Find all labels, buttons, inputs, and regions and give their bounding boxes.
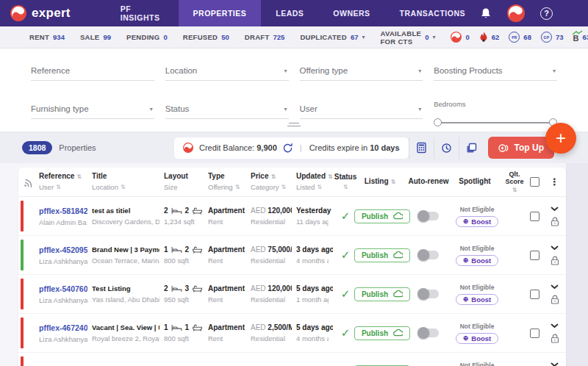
- brand[interactable]: expert: [10, 0, 71, 26]
- nav-item-transactions[interactable]: TRANSACTIONS: [385, 0, 480, 26]
- reference-filter-input[interactable]: [31, 62, 154, 81]
- publish-button[interactable]: Publish: [354, 209, 410, 223]
- expand-chevron-icon[interactable]: [551, 245, 559, 251]
- sort-icon[interactable]: ⇅: [76, 173, 82, 181]
- reference-link[interactable]: pfflex-5407606: [39, 284, 87, 293]
- row-title: Brand New | 3 Payments …: [92, 245, 159, 254]
- bed-icon: [171, 246, 182, 254]
- header-qlt-score[interactable]: Qlt. Score ⇅: [503, 171, 526, 194]
- sort-icon[interactable]: ⇅: [270, 173, 276, 181]
- history-button[interactable]: [434, 137, 459, 159]
- expand-chevron-icon[interactable]: [551, 362, 559, 366]
- row-offering: Rent: [208, 295, 246, 304]
- row-user: Liza Ashkhanyan: [39, 296, 87, 304]
- row-location: Discovery Gardens, Dubai: [92, 218, 159, 226]
- stat-sale[interactable]: SALE99: [80, 33, 111, 41]
- help-icon[interactable]: ?: [540, 7, 553, 20]
- publish-button[interactable]: Publish: [354, 326, 410, 340]
- portal-hot[interactable]: 62: [479, 32, 500, 43]
- nav-item-properties[interactable]: PROPERTIES: [179, 0, 262, 26]
- slider-min-handle[interactable]: [434, 118, 442, 126]
- top-up-button[interactable]: Top Up: [488, 137, 554, 159]
- sort-icon[interactable]: ⇅: [121, 184, 126, 191]
- location-filter-select[interactable]: Location ▾: [165, 62, 289, 81]
- sort-icon[interactable]: ⇅: [235, 184, 240, 191]
- header-title[interactable]: Title Location⇅: [92, 172, 164, 191]
- header-status[interactable]: Status ⇅: [333, 173, 358, 191]
- nav-item-leads[interactable]: LEADS: [261, 0, 318, 26]
- lock-icon[interactable]: [550, 256, 560, 265]
- portal-gp[interactable]: GP 73: [541, 32, 564, 43]
- publish-button[interactable]: Publish: [354, 248, 410, 262]
- row-checkbox[interactable]: [530, 212, 539, 221]
- expand-chevron-icon[interactable]: [551, 323, 559, 329]
- refresh-icon[interactable]: [283, 143, 293, 153]
- sort-icon[interactable]: ⇅: [282, 184, 287, 191]
- lock-icon[interactable]: [550, 295, 560, 304]
- sort-icon[interactable]: ⇅: [391, 179, 396, 186]
- expand-chevron-icon[interactable]: [551, 207, 559, 212]
- sort-icon[interactable]: ⇅: [343, 184, 348, 191]
- header-listing[interactable]: Listing⇅: [358, 177, 406, 187]
- reference-link[interactable]: pfflex-5818427: [39, 207, 87, 215]
- stat-refused[interactable]: REFUSED50: [183, 33, 229, 41]
- sort-icon[interactable]: ⇅: [56, 184, 61, 191]
- row-checkbox[interactable]: [530, 290, 539, 299]
- boost-button[interactable]: ⊕Boost: [456, 294, 498, 305]
- row-offering: Rent: [208, 218, 246, 226]
- offering-type-filter-select[interactable]: Offering type ▾: [300, 62, 423, 81]
- stat-rent[interactable]: RENT934: [29, 33, 65, 41]
- add-property-button[interactable]: +: [545, 123, 576, 154]
- auto-renew-toggle[interactable]: [418, 212, 439, 220]
- credit-expiry-label: Credits expire in 10 days: [309, 143, 400, 152]
- portal-bayut[interactable]: B 63: [573, 32, 588, 43]
- row-checkbox[interactable]: [530, 251, 539, 260]
- status-filter-select[interactable]: Status ▾: [165, 100, 289, 119]
- sort-icon[interactable]: ⇅: [328, 173, 333, 181]
- auto-renew-toggle[interactable]: [418, 290, 439, 298]
- user-avatar[interactable]: [507, 4, 525, 22]
- sort-icon[interactable]: ⇅: [317, 184, 322, 191]
- rss-feed-icon[interactable]: [18, 177, 39, 187]
- collapse-filters-handle[interactable]: [287, 121, 301, 129]
- boosting-products-filter-select[interactable]: Boosting Products ▾: [434, 62, 557, 81]
- notifications-bell-icon[interactable]: [480, 7, 492, 20]
- stat-available-for-cts[interactable]: AVAILABLE FOR CTS0▾: [381, 29, 436, 46]
- stat-draft[interactable]: DRAFT725: [245, 33, 285, 41]
- furnishing-type-filter-select[interactable]: Furnishing type ▾: [31, 100, 154, 119]
- auto-renew-toggle[interactable]: [418, 329, 439, 337]
- bedrooms-range-slider[interactable]: [434, 118, 557, 126]
- header-price[interactable]: Price⇅ Category⇅: [251, 172, 296, 191]
- boost-button[interactable]: ⊕Boost: [456, 255, 498, 266]
- hot-flame-icon: [479, 32, 488, 43]
- header-updated[interactable]: Updated⇅ Listed⇅: [296, 172, 333, 191]
- publish-button[interactable]: Publish: [354, 287, 410, 301]
- reference-link[interactable]: pfflex-4672403: [39, 323, 87, 332]
- stat-duplicated[interactable]: DUPLICATED67▾: [300, 33, 365, 41]
- nav-item-pf-insights[interactable]: PF INSIGHTS: [106, 0, 179, 26]
- auto-renew-toggle[interactable]: [418, 251, 439, 259]
- boost-button[interactable]: ⊕Boost: [456, 216, 498, 227]
- reference-link[interactable]: pfflex-4520954: [39, 245, 87, 254]
- portal-pr[interactable]: PR 68: [509, 32, 531, 43]
- header-type[interactable]: Type Offering⇅: [208, 172, 251, 191]
- header-reference[interactable]: Reference⇅ User⇅: [39, 172, 92, 191]
- portal-propertyfinder[interactable]: 0: [451, 32, 469, 43]
- scroll-gutter[interactable]: [566, 163, 588, 366]
- user-filter-select[interactable]: User ▾: [300, 100, 423, 119]
- duplicate-list-button[interactable]: [459, 137, 484, 159]
- lock-icon[interactable]: [550, 217, 560, 226]
- brand-logo-icon: [10, 5, 26, 21]
- nav-item-owners[interactable]: OWNERS: [318, 0, 384, 26]
- lock-icon[interactable]: [550, 334, 560, 343]
- select-all-checkbox[interactable]: [530, 177, 539, 187]
- bed-icon: [171, 207, 182, 215]
- boost-button[interactable]: ⊕Boost: [456, 333, 498, 344]
- reference-input[interactable]: [31, 66, 154, 75]
- expand-chevron-icon[interactable]: [551, 284, 559, 290]
- sort-icon[interactable]: ⇅: [512, 187, 517, 193]
- table-menu-kebab-icon[interactable]: ⋮: [550, 176, 559, 187]
- calculator-button[interactable]: [409, 137, 434, 159]
- stat-pending[interactable]: PENDING0: [126, 33, 168, 41]
- row-checkbox[interactable]: [530, 329, 539, 338]
